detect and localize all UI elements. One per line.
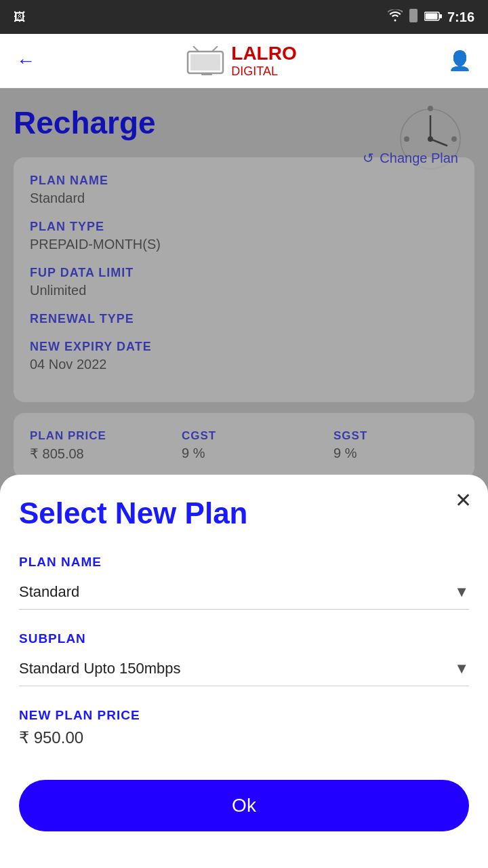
plan-name-field-label: PLAN NAME — [19, 555, 469, 570]
status-left: 🖼 — [14, 10, 26, 24]
subplan-field-group: SUBPLAN Standard Upto 150mbps ▼ — [19, 631, 469, 686]
page-content: Recharge PLAN NAME ↺ Change Plan Standar… — [0, 88, 488, 868]
subplan-dropdown[interactable]: Standard Upto 150mbps ▼ — [19, 652, 469, 686]
new-plan-price-section: NEW PLAN PRICE ₹ 950.00 — [19, 708, 469, 747]
svg-rect-0 — [409, 9, 418, 22]
svg-rect-2 — [439, 14, 442, 18]
app-bar: ← LALRO DIGITAL 👤 — [0, 34, 488, 88]
plan-name-dropdown-value: Standard — [19, 583, 79, 601]
logo-text: LALRO DIGITAL — [231, 43, 296, 79]
status-right: 7:16 — [388, 9, 474, 26]
sheet-title: Select New Plan — [19, 496, 469, 530]
battery-icon — [424, 9, 442, 25]
svg-rect-3 — [425, 13, 437, 19]
subplan-dropdown-value: Standard Upto 150mbps — [19, 660, 181, 677]
new-plan-price-value: ₹ 950.00 — [19, 728, 469, 747]
profile-icon[interactable]: 👤 — [448, 50, 472, 72]
plan-name-chevron-icon: ▼ — [454, 583, 469, 601]
time-display: 7:16 — [447, 9, 474, 25]
subplan-field-label: SUBPLAN — [19, 631, 469, 646]
ok-button[interactable]: Ok — [19, 780, 469, 831]
logo: LALRO DIGITAL — [186, 43, 296, 79]
image-icon: 🖼 — [14, 10, 26, 24]
svg-rect-5 — [190, 54, 220, 71]
bottom-sheet-modal: ✕ Select New Plan PLAN NAME Standard ▼ S… — [0, 475, 488, 868]
new-plan-price-label: NEW PLAN PRICE — [19, 708, 469, 723]
back-button[interactable]: ← — [16, 50, 35, 72]
logo-tv-icon — [186, 46, 227, 76]
wifi-icon — [388, 9, 403, 25]
close-button[interactable]: ✕ — [455, 488, 472, 512]
plan-name-field-group: PLAN NAME Standard ▼ — [19, 555, 469, 610]
status-bar: 🖼 7:16 — [0, 0, 488, 34]
sim-icon — [408, 9, 419, 26]
subplan-chevron-icon: ▼ — [454, 660, 469, 677]
svg-rect-8 — [201, 73, 212, 75]
plan-name-dropdown[interactable]: Standard ▼ — [19, 575, 469, 610]
